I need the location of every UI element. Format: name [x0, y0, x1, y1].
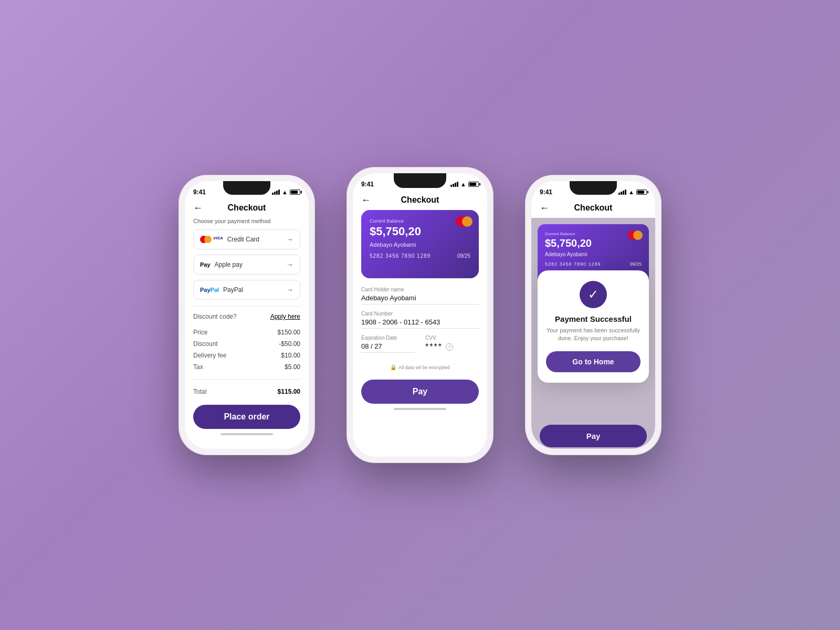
back-button-2[interactable]: ←: [361, 195, 371, 206]
encryption-note: 🔒 All data wil be encrypted: [361, 364, 479, 370]
apple-pay-icon: Pay: [200, 261, 211, 268]
card-holder: Adebayo Ayobami: [370, 242, 470, 248]
price-key-2: Delivery fee: [193, 352, 226, 359]
apple-pay-arrow-icon: →: [286, 260, 293, 269]
pay-button-2[interactable]: Pay: [361, 380, 479, 404]
paypal-option-left: PayPal PayPal: [200, 286, 243, 293]
success-title: Payment Successful: [546, 314, 640, 323]
cvv-row: **** ?: [425, 342, 479, 352]
price-val-2: $10.00: [281, 352, 300, 359]
discount-row: Discount code? Apply here: [193, 313, 300, 320]
credit-card-option[interactable]: VISA Credit Card →: [193, 229, 300, 249]
phone3-bg: Current Balance $5,750,20 Adebayo Ayobam…: [531, 218, 655, 417]
time-3: 9:41: [540, 188, 552, 196]
card-number-label: Card Number: [361, 311, 479, 317]
wifi-icon-2: ▲: [460, 181, 466, 187]
home-indicator-1: [220, 433, 273, 435]
status-icons-2: ▲: [450, 181, 479, 187]
price-key-1: Discount: [193, 340, 218, 348]
holder-name-field: Card Holder name Adebayo Ayobami: [361, 287, 479, 304]
time-2: 9:41: [361, 181, 374, 188]
cvv-label: CVV: [425, 335, 479, 341]
credit-card-display: Current Balance $5,750,20 Adebayo Ayobam…: [361, 210, 479, 278]
go-home-button[interactable]: Go to Home: [546, 351, 640, 372]
card-number-field: Card Number 1908 - 2006 - 0112 - 6543: [361, 311, 479, 329]
paypal-label: PayPal: [223, 286, 243, 293]
notch-2: [394, 173, 446, 188]
cc-logos: VISA: [200, 236, 223, 243]
price-row-1: Discount -$50.00: [193, 338, 300, 350]
success-modal: ✓ Payment Successful Your payment has be…: [538, 270, 649, 383]
expiry-label: Expiration Date: [361, 335, 415, 341]
payment-section-label: Choose your payment method: [193, 218, 300, 224]
price-key-0: Price: [193, 329, 207, 336]
card-bottom: 5282 3456 7890 1289 09/25: [370, 253, 470, 259]
holder-name-value[interactable]: Adebayo Ayobami: [361, 294, 479, 304]
paypal-arrow-icon: →: [286, 286, 293, 294]
holder-name-label: Card Holder name: [361, 287, 479, 292]
screen-content-2: Current Balance $5,750,20 Adebayo Ayobam…: [353, 210, 487, 404]
apply-here-link[interactable]: Apply here: [270, 313, 300, 320]
credit-card-label: Credit Card: [227, 236, 259, 243]
apple-pay-option[interactable]: Pay Apple pay →: [193, 255, 300, 275]
price-val-1: -$50.00: [279, 340, 300, 348]
credit-card-option-left: VISA Credit Card: [200, 236, 259, 243]
credit-card-arrow-icon: →: [286, 235, 293, 244]
status-icons-3: ▲: [618, 189, 647, 195]
card-preview-balance-label: Current Balance: [545, 232, 642, 236]
total-key: Total: [193, 388, 206, 395]
notch-1: [223, 181, 270, 195]
cvv-info-icon[interactable]: ?: [446, 343, 453, 351]
card-number: 5282 3456 7890 1289: [370, 253, 430, 259]
card-number-value[interactable]: 1908 - 2006 - 0112 - 6543: [361, 318, 479, 329]
expiry-value[interactable]: 08 / 27: [361, 342, 415, 353]
card-preview-number: 5282 3456 7890 1289: [545, 261, 601, 267]
price-row-0: Price $150.00: [193, 327, 300, 338]
phone3-footer: Pay: [531, 417, 655, 449]
card-preview-holder: Adebayo Ayobami: [545, 251, 642, 257]
page-title-1: Checkout: [228, 203, 266, 213]
discount-label: Discount code?: [193, 313, 237, 320]
page-title-3: Checkout: [574, 203, 613, 213]
price-row-total: Total $115.00: [193, 386, 300, 397]
paypal-icon: PayPal: [200, 287, 219, 293]
cvv-value[interactable]: ****: [425, 342, 443, 352]
home-indicator-2: [394, 408, 446, 410]
battery-icon-2: [468, 182, 479, 187]
apple-pay-label: Apple pay: [215, 261, 243, 268]
phone-3: 9:41 ▲ ← Checkout Current Balance $5,750…: [525, 175, 662, 455]
nav-header-3: ← Checkout: [531, 200, 655, 218]
card-mastercard-icon: [456, 216, 472, 227]
card-preview-expiry: 09/25: [629, 261, 642, 267]
expiry-field: Expiration Date 08 / 27: [361, 335, 415, 353]
battery-icon-1: [290, 190, 300, 195]
paypal-option[interactable]: PayPal PayPal →: [193, 280, 300, 300]
nav-header-1: ← Checkout: [185, 200, 309, 218]
price-val-0: $150.00: [278, 329, 300, 336]
screen-content-1: Choose your payment method VISA Credit C…: [185, 218, 309, 429]
notch-3: [570, 181, 617, 195]
signal-icon-2: [450, 182, 458, 187]
nav-header-2: ← Checkout: [353, 192, 487, 210]
page-title-2: Checkout: [401, 195, 439, 205]
card-expiry: 09/25: [457, 253, 470, 259]
success-checkmark-icon: ✓: [580, 281, 607, 308]
price-row-2: Delivery fee $10.00: [193, 350, 300, 361]
visa-icon: VISA: [213, 236, 223, 243]
total-val: $115.00: [278, 388, 300, 395]
price-row-3: Tax $5.00: [193, 361, 300, 373]
phone-1: 9:41 ▲ ← Checkout Choose your payment me…: [178, 175, 315, 455]
back-button-1[interactable]: ←: [193, 203, 203, 214]
place-order-button[interactable]: Place order: [193, 405, 300, 429]
battery-icon-3: [636, 190, 647, 195]
price-key-3: Tax: [193, 363, 203, 371]
pay-button-3[interactable]: Pay: [540, 425, 647, 447]
encryption-text: All data wil be encrypted: [398, 365, 450, 370]
status-icons-1: ▲: [272, 189, 300, 195]
success-description: Your payment has been successfully done.…: [546, 327, 640, 343]
time-1: 9:41: [193, 188, 206, 196]
apple-pay-option-left: Pay Apple pay: [200, 261, 243, 268]
phone-2: 9:41 ▲ ← Checkout Current Balance $5,750…: [346, 167, 494, 463]
back-button-3[interactable]: ←: [540, 203, 549, 214]
signal-icon-1: [272, 190, 280, 195]
